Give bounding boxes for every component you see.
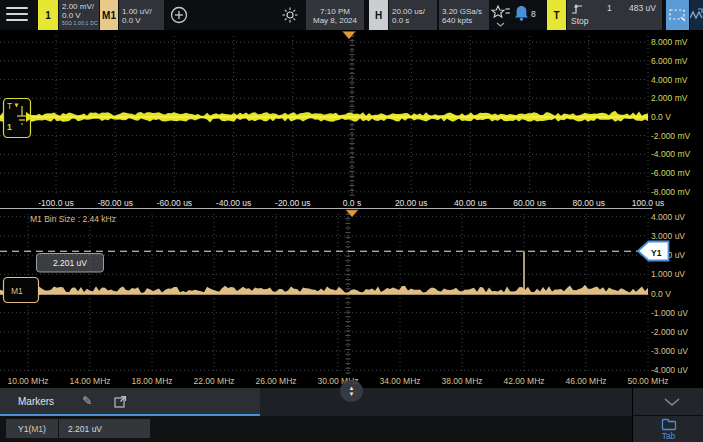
channel-1-scale: 2.00 mV/ bbox=[59, 0, 99, 11]
svg-text:Y1: Y1 bbox=[651, 248, 662, 258]
top-y-tick-label: 2.000 mV bbox=[651, 93, 688, 103]
waveform-tools-button[interactable] bbox=[690, 0, 703, 30]
sample-rate: 3.20 GSa/s bbox=[439, 5, 489, 16]
bottom-y-tick-label: 1.000 uV bbox=[651, 269, 685, 279]
bottom-x-tick-label: 14.00 MHz bbox=[69, 376, 110, 386]
star-list-icon bbox=[491, 4, 511, 28]
trigger-badge[interactable]: T bbox=[547, 0, 566, 30]
acquisition-settings-button[interactable]: 3.20 GSa/s 640 kpts bbox=[439, 0, 489, 30]
bottom-y-tick-label: 3.000 uV bbox=[651, 231, 685, 241]
marker-value-cell[interactable]: 2.201 uV bbox=[59, 419, 150, 438]
top-x-tick-label: 40.00 us bbox=[454, 198, 487, 208]
channel-1-badge[interactable]: 1 bbox=[38, 0, 58, 30]
bottom-x-tick-label: 46.00 MHz bbox=[565, 376, 606, 386]
hamburger-icon bbox=[6, 7, 28, 9]
plus-circle-icon bbox=[170, 6, 188, 24]
display-brightness-button[interactable] bbox=[282, 7, 298, 23]
oscilloscope-screen: 1 2.00 mV/ 0.0 V 50Ω 1.00:1 DC M1 1.00 u… bbox=[0, 0, 703, 442]
arrow-down-icon: ▼ bbox=[349, 391, 355, 397]
math-1-badge[interactable]: M1 bbox=[100, 0, 118, 30]
chevron-down-icon[interactable] bbox=[663, 397, 681, 407]
top-x-tick-label: -100.0 us bbox=[38, 198, 73, 208]
markers-tab-label: Markers bbox=[18, 396, 54, 407]
scope-display[interactable]: -100.0 us-80.00 us-60.00 us-40.00 us-20.… bbox=[0, 30, 703, 388]
marker-name-prefix: Y1( bbox=[18, 424, 31, 434]
bottom-y-tick-label: -1.000 uV bbox=[651, 308, 688, 318]
top-y-tick-label: -8.000 mV bbox=[651, 187, 691, 197]
clock-date: May 8, 2024 bbox=[306, 16, 364, 25]
channel-number: 1 bbox=[7, 122, 12, 132]
channel-1-offset: 0.0 V bbox=[59, 11, 99, 20]
bottom-x-tick-label: 26.00 MHz bbox=[255, 376, 296, 386]
marker-name-cell[interactable]: Y1(M1) bbox=[6, 419, 58, 438]
top-x-tick-label: 20.00 us bbox=[395, 198, 428, 208]
hamburger-icon bbox=[6, 19, 28, 21]
trigger-source: 1 bbox=[607, 3, 612, 13]
horizontal-badge[interactable]: H bbox=[369, 0, 388, 30]
add-waveform-button[interactable] bbox=[170, 6, 188, 24]
top-x-tick-label: -80.00 us bbox=[97, 198, 132, 208]
bottom-x-tick-label: 10.00 MHz bbox=[7, 376, 48, 386]
dashed-selection-rect-icon bbox=[666, 0, 689, 30]
channel-1-coupling: 50Ω 1.00:1 DC bbox=[59, 20, 99, 27]
top-x-tick-label: -40.00 us bbox=[216, 198, 251, 208]
main-menu-button[interactable] bbox=[6, 7, 30, 23]
panel-collapse-button[interactable]: ▲ ▼ bbox=[340, 380, 363, 402]
top-y-tick-label: 0.0 V bbox=[651, 112, 671, 122]
top-y-tick-label: 8.000 mV bbox=[651, 37, 688, 47]
svg-text:2.201 uV: 2.201 uV bbox=[53, 258, 87, 268]
tab-window-icon bbox=[661, 418, 677, 431]
top-toolbar: 1 2.00 mV/ 0.0 V 50Ω 1.00:1 DC M1 1.00 u… bbox=[0, 0, 703, 30]
top-y-tick-label: 6.000 mV bbox=[651, 56, 688, 66]
horizontal-settings-button[interactable]: 20.00 us/ 0.0 s bbox=[389, 0, 437, 30]
top-x-tick-label: 80.00 us bbox=[572, 198, 605, 208]
side-panel: Tab bbox=[632, 388, 703, 442]
marker-readout-row: Y1(M1) 2.201 uV bbox=[0, 416, 703, 442]
top-x-tick-label: -60.00 us bbox=[157, 198, 192, 208]
tab-button-label: Tab bbox=[662, 431, 676, 441]
memory-depth: 640 kpts bbox=[439, 16, 489, 25]
bottom-y-tick-label: 0.0 V bbox=[651, 289, 671, 299]
tab-button[interactable]: Tab bbox=[633, 415, 703, 442]
top-x-tick-label: 60.00 us bbox=[513, 198, 546, 208]
top-y-tick-label: -6.000 mV bbox=[651, 168, 691, 178]
clock-time: 7:10 PM bbox=[306, 5, 364, 16]
bottom-x-tick-label: 34.00 MHz bbox=[379, 376, 420, 386]
clock-display[interactable]: 7:10 PM May 8, 2024 bbox=[306, 0, 364, 30]
trigger-mode: Stop bbox=[571, 16, 589, 26]
math-1-source-marker[interactable]: M1 bbox=[4, 278, 45, 303]
channel-1-settings-button[interactable]: 2.00 mV/ 0.0 V 50Ω 1.00:1 DC bbox=[59, 0, 99, 30]
top-x-tick-label: 0.0 s bbox=[343, 198, 361, 208]
math-1-scale: 1.00 uV/ bbox=[119, 5, 164, 16]
bottom-y-tick-label: 4.000 uV bbox=[651, 212, 685, 222]
trigger-settings-button[interactable]: 1 483 uV Stop bbox=[567, 0, 662, 30]
open-in-window-icon[interactable] bbox=[114, 395, 127, 408]
horizontal-scale: 20.00 us/ bbox=[389, 5, 437, 16]
bottom-y-tick-label: -4.000 uV bbox=[651, 365, 688, 375]
notifications-button[interactable]: 8 bbox=[514, 4, 540, 26]
notification-count: 8 bbox=[531, 9, 536, 19]
math-1-settings-button[interactable]: 1.00 uV/ 0.0 V bbox=[119, 0, 164, 30]
hamburger-icon bbox=[6, 13, 28, 15]
sun-icon bbox=[282, 7, 298, 23]
top-x-tick-label: 100.0 us bbox=[632, 198, 665, 208]
y1-marker-value-label[interactable]: 2.201 uV bbox=[37, 254, 104, 273]
marker-name-source: M1 bbox=[31, 424, 43, 434]
bottom-y-tick-label: -3.000 uV bbox=[651, 346, 688, 356]
trigger-letter: T bbox=[7, 101, 12, 111]
waveform-zigzag-icon bbox=[690, 0, 703, 30]
top-y-tick-label: 4.000 mV bbox=[651, 75, 688, 85]
top-y-tick-label: -4.000 mV bbox=[651, 149, 691, 159]
quick-actions-button[interactable] bbox=[491, 4, 511, 28]
bell-icon bbox=[514, 4, 529, 22]
markers-tab[interactable]: Markers ✎ bbox=[0, 388, 260, 416]
marker-value-text: 2.201 uV bbox=[68, 424, 102, 434]
chevron-down-icon bbox=[497, 23, 504, 26]
channel-1-ground-marker[interactable]: T 1 bbox=[4, 99, 34, 138]
bottom-x-tick-label: 42.00 MHz bbox=[503, 376, 544, 386]
zone-select-button[interactable] bbox=[666, 0, 689, 30]
bottom-x-tick-label: 22.00 MHz bbox=[193, 376, 234, 386]
horizontal-position: 0.0 s bbox=[389, 16, 437, 25]
edit-pencil-icon[interactable]: ✎ bbox=[82, 394, 92, 408]
marker-name-suffix: ) bbox=[43, 424, 46, 434]
